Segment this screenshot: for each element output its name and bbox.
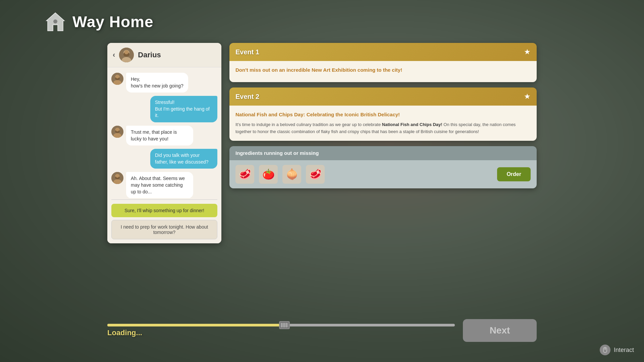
- event-2-description: It's time to indulge in a beloved culina…: [235, 121, 531, 135]
- progress-icon: [279, 321, 290, 329]
- svg-rect-30: [282, 323, 284, 327]
- ingredients-title: Ingredients running out or missing: [235, 150, 319, 156]
- event-card-1: Event 1 ★ Don't miss out on an incredibl…: [229, 43, 537, 82]
- interact-label[interactable]: Interact: [614, 347, 634, 354]
- event-card-2: Event 2 ★ National Fish and Chips Day: C…: [229, 87, 537, 141]
- header: Way Home: [44, 10, 153, 34]
- ingredients-header: Ingredients running out or missing: [229, 146, 537, 160]
- ingredient-item-1[interactable]: 🥩: [235, 165, 254, 184]
- events-panel: Event 1 ★ Don't miss out on an incredibl…: [229, 43, 537, 243]
- message-row: Trust me, that place is lucky to have yo…: [111, 126, 217, 145]
- chat-responses: Sure, I'll whip something up for dinner!…: [107, 201, 221, 243]
- event-1-body: Don't miss out on an incredible New Art …: [229, 61, 537, 82]
- message-bubble: Ah. About that. Seems we may have some c…: [126, 172, 193, 198]
- next-button[interactable]: Next: [463, 319, 537, 342]
- progress-container: Loading...: [107, 324, 455, 337]
- ingredient-item-3[interactable]: 🧅: [282, 165, 301, 184]
- ingredient-item-2[interactable]: 🍅: [259, 165, 278, 184]
- contact-avatar: [119, 48, 134, 62]
- ingredients-panel: Ingredients running out or missing 🥩 🍅 🧅…: [229, 146, 537, 188]
- event-1-star-button[interactable]: ★: [524, 48, 531, 56]
- message-bubble: Stressful!But I'm getting the hang of it…: [150, 96, 217, 122]
- progress-fill: [107, 324, 284, 326]
- message-bubble: Trust me, that place is lucky to have yo…: [126, 126, 193, 145]
- interact-mouse-icon: [600, 345, 610, 355]
- chat-header: ‹ Darius: [107, 43, 221, 67]
- event-1-highlight: Don't miss out on an incredible New Art …: [235, 66, 531, 73]
- chat-messages[interactable]: Hey,how's the new job going? Stressful!B…: [107, 67, 221, 198]
- svg-point-7: [124, 50, 128, 54]
- svg-point-17: [116, 128, 119, 131]
- message-row: Ah. About that. Seems we may have some c…: [111, 172, 217, 198]
- message-row: Stressful!But I'm getting the hang of it…: [111, 96, 217, 122]
- message-avatar: [111, 172, 123, 184]
- bottom-area: Loading... Next: [107, 319, 537, 342]
- svg-rect-29: [281, 323, 282, 327]
- event-2-title: Event 2: [235, 93, 259, 101]
- message-avatar: [111, 73, 123, 85]
- svg-rect-32: [286, 323, 287, 327]
- ingredients-body: 🥩 🍅 🧅 🥩 Order: [229, 160, 537, 188]
- home-icon: [44, 10, 67, 34]
- svg-point-36: [604, 348, 606, 350]
- interact-area: Interact: [600, 345, 634, 355]
- svg-point-1: [53, 19, 57, 23]
- event-2-highlight: National Fish and Chips Day: Celebrating…: [235, 111, 531, 118]
- response-button-1[interactable]: Sure, I'll whip something up for dinner!: [111, 204, 217, 217]
- message-bubble: Did you talk with your father, like we d…: [150, 149, 217, 169]
- svg-rect-33: [287, 323, 288, 327]
- message-row: Hey,how's the new job going?: [111, 73, 217, 93]
- response-button-2[interactable]: I need to prep for work tonight. How abo…: [111, 220, 217, 239]
- ingredient-item-4[interactable]: 🥩: [306, 165, 325, 184]
- event-1-header: Event 1 ★: [229, 43, 537, 61]
- message-row: Did you talk with your father, like we d…: [111, 149, 217, 169]
- order-button[interactable]: Order: [497, 167, 531, 181]
- message-bubble: Hey,how's the new job going?: [126, 73, 188, 93]
- app-title: Way Home: [72, 13, 153, 31]
- event-2-star-button[interactable]: ★: [524, 92, 531, 101]
- chat-panel: ‹ Darius: [107, 43, 221, 243]
- event-2-header: Event 2 ★: [229, 87, 537, 106]
- progress-track: [107, 324, 455, 326]
- svg-point-12: [116, 75, 119, 78]
- svg-point-22: [116, 174, 119, 178]
- event-2-body: National Fish and Chips Day: Celebrating…: [229, 106, 537, 141]
- event-1-title: Event 1: [235, 48, 259, 56]
- chat-divider: [111, 199, 217, 200]
- content-area: ‹ Darius: [107, 43, 537, 243]
- svg-rect-31: [284, 323, 285, 327]
- loading-text: Loading...: [107, 328, 455, 337]
- message-avatar: [111, 126, 123, 138]
- contact-name: Darius: [138, 51, 161, 59]
- back-button[interactable]: ‹: [113, 51, 115, 59]
